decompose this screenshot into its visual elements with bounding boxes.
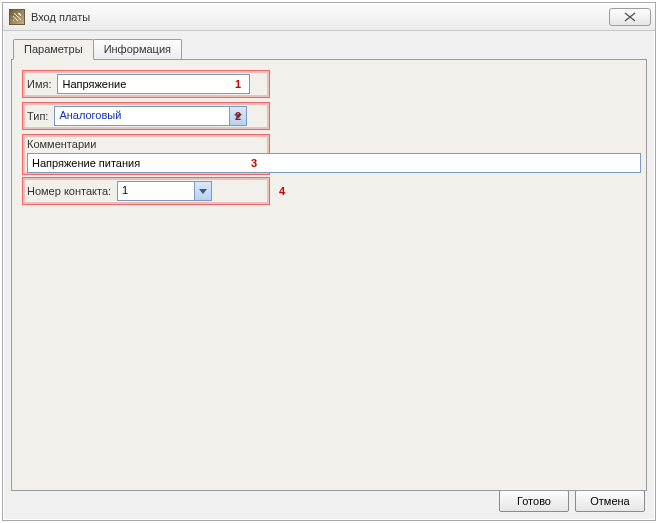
close-icon <box>624 12 636 22</box>
close-button[interactable] <box>609 8 651 26</box>
content-area: Параметры Информация Имя: 1 Тип: Аналого… <box>11 39 647 478</box>
name-label: Имя: <box>27 78 51 90</box>
button-label: Отмена <box>590 495 629 507</box>
annotation-badge-1: 1 <box>235 78 241 90</box>
button-label: Готово <box>517 495 551 507</box>
tab-info[interactable]: Информация <box>93 39 182 59</box>
name-input[interactable] <box>57 74 250 94</box>
annotation-badge-3: 3 <box>251 157 257 169</box>
type-value: Аналоговый <box>55 107 229 125</box>
field-group-name: Имя: 1 <box>22 70 270 98</box>
annotation-badge-2: 2 <box>235 110 241 122</box>
contact-dropdown-button[interactable] <box>194 182 211 200</box>
type-combobox[interactable]: Аналоговый <box>54 106 247 126</box>
tab-label: Параметры <box>24 43 83 55</box>
comments-input[interactable] <box>27 153 641 173</box>
field-group-comments: Комментарии 3 <box>22 134 270 175</box>
dialog-window: Вход платы Параметры Информация Имя: 1 <box>2 2 656 521</box>
tab-parameters[interactable]: Параметры <box>13 39 94 60</box>
contact-label: Номер контакта: <box>27 185 111 197</box>
contact-value: 1 <box>118 182 194 200</box>
ok-button[interactable]: Готово <box>499 490 569 512</box>
titlebar: Вход платы <box>3 3 655 31</box>
dialog-footer: Готово Отмена <box>499 490 645 512</box>
cancel-button[interactable]: Отмена <box>575 490 645 512</box>
contact-combobox[interactable]: 1 <box>117 181 212 201</box>
window-title: Вход платы <box>31 11 609 23</box>
type-label: Тип: <box>27 110 48 122</box>
tab-strip: Параметры Информация <box>13 39 647 59</box>
app-icon <box>9 9 25 25</box>
tab-panel-parameters: Имя: 1 Тип: Аналоговый 2 Комментарии <box>11 59 647 491</box>
field-group-contact: Номер контакта: 1 4 <box>22 177 270 205</box>
comments-label: Комментарии <box>27 138 265 150</box>
chevron-down-icon <box>199 189 207 194</box>
tab-label: Информация <box>104 43 171 55</box>
field-group-type: Тип: Аналоговый 2 <box>22 102 270 130</box>
annotation-badge-4: 4 <box>279 185 285 197</box>
